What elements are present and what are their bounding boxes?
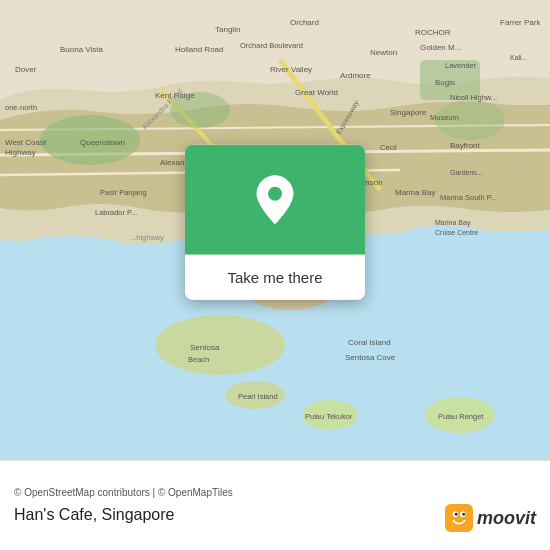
svg-text:Newton: Newton bbox=[370, 48, 397, 57]
bottom-info-bar: © OpenStreetMap contributors | © OpenMap… bbox=[0, 460, 550, 550]
svg-text:Marina Bay: Marina Bay bbox=[435, 219, 471, 227]
svg-text:Gardens...: Gardens... bbox=[450, 169, 483, 176]
svg-text:Farrer Park: Farrer Park bbox=[500, 18, 541, 27]
svg-rect-61 bbox=[445, 504, 473, 532]
svg-text:Queenstown: Queenstown bbox=[80, 138, 125, 147]
moovit-brand-icon bbox=[445, 504, 473, 532]
card-map-preview bbox=[185, 145, 365, 255]
svg-point-65 bbox=[462, 513, 465, 516]
svg-text:River Valley: River Valley bbox=[270, 65, 312, 74]
map-attribution: © OpenStreetMap contributors | © OpenMap… bbox=[14, 487, 536, 498]
svg-text:Pulau Tekukor: Pulau Tekukor bbox=[305, 412, 353, 421]
svg-text:Marina Bay: Marina Bay bbox=[395, 188, 435, 197]
svg-text:Holland Road: Holland Road bbox=[175, 45, 223, 54]
svg-text:...highway: ...highway bbox=[130, 233, 164, 242]
moovit-logo: moovit bbox=[445, 504, 536, 532]
svg-text:Pulau Renget: Pulau Renget bbox=[438, 412, 484, 421]
svg-text:Cecil: Cecil bbox=[380, 143, 397, 152]
svg-text:Lavender: Lavender bbox=[445, 61, 477, 70]
svg-text:Golden M...: Golden M... bbox=[420, 43, 461, 52]
take-me-there-button[interactable]: Take me there bbox=[185, 255, 365, 300]
svg-text:Sentosa: Sentosa bbox=[190, 343, 220, 352]
svg-text:Tanglin: Tanglin bbox=[215, 25, 240, 34]
svg-text:Highway: Highway bbox=[5, 148, 36, 157]
svg-text:ROCHOR: ROCHOR bbox=[415, 28, 451, 37]
svg-point-45 bbox=[155, 315, 285, 375]
location-pin-icon bbox=[253, 174, 297, 226]
navigation-card: Take me there bbox=[185, 145, 365, 300]
svg-text:Nicoll Highw...: Nicoll Highw... bbox=[450, 93, 497, 102]
svg-text:Great World: Great World bbox=[295, 88, 338, 97]
svg-text:Pasir Panjang: Pasir Panjang bbox=[100, 188, 147, 197]
svg-text:Orchard: Orchard bbox=[290, 18, 319, 27]
svg-text:Bayfront: Bayfront bbox=[450, 141, 481, 150]
svg-text:Labrador P...: Labrador P... bbox=[95, 208, 137, 217]
svg-point-60 bbox=[268, 187, 282, 201]
svg-text:Beach: Beach bbox=[188, 355, 209, 364]
svg-text:Pearl Island: Pearl Island bbox=[238, 392, 278, 401]
svg-point-64 bbox=[455, 513, 458, 516]
svg-text:Marina South P...: Marina South P... bbox=[440, 193, 497, 202]
svg-text:Buona Vista: Buona Vista bbox=[60, 45, 104, 54]
svg-text:Ardmore: Ardmore bbox=[340, 71, 371, 80]
svg-text:Bugis: Bugis bbox=[435, 78, 455, 87]
svg-text:Cruise Centre: Cruise Centre bbox=[435, 229, 478, 236]
svg-text:Kali...: Kali... bbox=[510, 54, 528, 61]
svg-text:Museum: Museum bbox=[430, 113, 459, 122]
svg-text:Coral Island: Coral Island bbox=[348, 338, 391, 347]
svg-text:Dover: Dover bbox=[15, 65, 37, 74]
svg-text:Singapore: Singapore bbox=[390, 108, 427, 117]
svg-text:one-north: one-north bbox=[5, 103, 37, 112]
svg-text:Orchard Boulevard: Orchard Boulevard bbox=[240, 41, 303, 50]
moovit-brand-text: moovit bbox=[477, 508, 536, 529]
svg-text:West Coast: West Coast bbox=[5, 138, 47, 147]
svg-text:Sentosa Cove: Sentosa Cove bbox=[345, 353, 396, 362]
map-view: Dover Buona Vista one-north West Coast H… bbox=[0, 0, 550, 460]
